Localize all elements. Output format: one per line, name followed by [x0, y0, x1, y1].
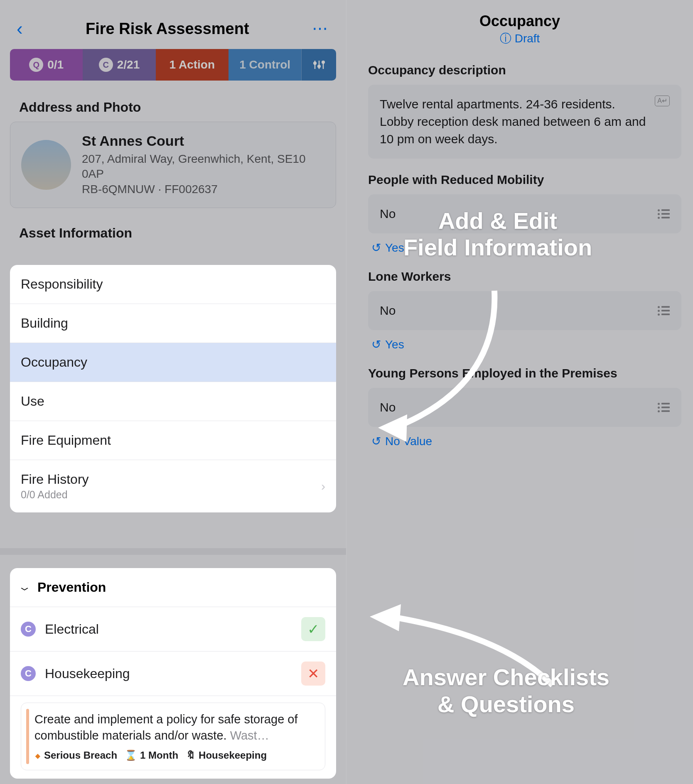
- pill-checklists[interactable]: C 2/21: [83, 49, 155, 81]
- text-format-icon: A↵: [655, 96, 670, 106]
- c-badge-icon: C: [21, 622, 36, 637]
- page-title: Fire Risk Assessment: [86, 20, 249, 38]
- field-label: People with Reduced Mobility: [368, 173, 681, 187]
- severity-label: Serious Breach: [44, 750, 117, 761]
- asset-section-title: Asset Information: [0, 219, 346, 247]
- svg-point-5: [322, 61, 324, 64]
- property-address: 207, Admiral Way, Greenwhich, Kent, SE10…: [82, 152, 325, 182]
- left-pane: ‹ Fire Risk Assessment ⋯ Q 0/1 C 2/21 1 …: [0, 0, 346, 784]
- list-icon: [658, 209, 670, 219]
- period-label: 1 Month: [140, 750, 178, 761]
- field-occupancy-description: Occupancy description Twelve rental apar…: [368, 63, 681, 159]
- prevention-card: ⌵ Prevention C Electrical ✓ C Housekeepi…: [10, 568, 336, 779]
- address-section-title: Address and Photo: [0, 93, 346, 122]
- callout-checklists: Answer Checklists & Questions: [365, 664, 647, 718]
- prevention-label: Electrical: [45, 622, 292, 637]
- asset-label: Use: [21, 394, 44, 409]
- svg-marker-6: [378, 414, 407, 442]
- asset-item-building[interactable]: Building: [10, 304, 336, 343]
- prevention-title: Prevention: [37, 580, 106, 595]
- list-icon: [658, 403, 670, 412]
- asset-label: Fire History: [21, 472, 89, 487]
- property-photo: [21, 140, 71, 190]
- field-value-box[interactable]: Twelve rental apartments. 24-36 resident…: [368, 85, 681, 159]
- hourglass-icon: ⌛: [125, 750, 137, 761]
- callout-line: Answer Checklists: [365, 664, 647, 691]
- property-name: St Annes Court: [82, 133, 325, 149]
- prevention-header[interactable]: ⌵ Prevention: [10, 568, 336, 607]
- svg-point-3: [318, 65, 320, 68]
- tag-icon: 🔖︎: [186, 750, 196, 761]
- back-icon[interactable]: ‹: [17, 18, 23, 39]
- period-badge: ⌛1 Month: [125, 750, 178, 761]
- asset-item-use[interactable]: Use: [10, 382, 336, 421]
- right-header: Occupancy ⓘ Draft: [346, 0, 693, 47]
- chevron-right-icon: ›: [321, 479, 325, 493]
- draft-label: Draft: [515, 32, 540, 45]
- tag-label: Housekeeping: [199, 750, 267, 761]
- callout-line: Field Information: [373, 234, 622, 261]
- chevron-down-icon: ⌵: [21, 583, 28, 592]
- asset-item-responsibility[interactable]: Responsibility: [10, 265, 336, 304]
- pill-control-label: 1 Control: [239, 58, 290, 71]
- asset-label-group: Fire History 0/0 Added: [21, 472, 89, 501]
- finding-meta: ⬥Serious Breach ⌛1 Month 🔖︎Housekeeping: [34, 749, 317, 762]
- arrow-icon: [370, 282, 515, 448]
- c-badge-icon: C: [21, 666, 36, 681]
- draft-status[interactable]: ⓘ Draft: [500, 31, 540, 47]
- asset-label: Occupancy: [21, 355, 87, 370]
- q-icon: Q: [29, 58, 43, 72]
- asset-list: Responsibility Building Occupancy Use Fi…: [10, 265, 336, 512]
- pill-action[interactable]: 1 Action: [156, 49, 229, 81]
- prevention-label: Housekeeping: [45, 666, 292, 681]
- left-header: ‹ Fire Risk Assessment ⋯: [0, 0, 346, 49]
- svg-point-1: [314, 62, 316, 64]
- sliders-icon: [313, 59, 325, 71]
- summary-pills: Q 0/1 C 2/21 1 Action 1 Control: [10, 49, 336, 81]
- asset-label: Fire Equipment: [21, 433, 111, 448]
- list-icon: [658, 306, 670, 316]
- asset-label: Responsibility: [21, 277, 103, 292]
- pill-c-count: 2/21: [117, 58, 140, 71]
- prevention-housekeeping[interactable]: C Housekeeping ✕: [10, 652, 336, 696]
- severity-badge: ⬥Serious Breach: [34, 749, 117, 762]
- finding-text: Create and implement a policy for safe s…: [34, 711, 317, 744]
- callout-field-info: Add & Edit Field Information: [373, 208, 622, 261]
- address-card[interactable]: St Annes Court 207, Admiral Way, Greenwh…: [10, 122, 336, 208]
- field-label: Lone Workers: [368, 270, 681, 284]
- finding-trunc: Wast…: [230, 729, 269, 742]
- check-icon[interactable]: ✓: [301, 617, 325, 641]
- pill-control[interactable]: 1 Control: [229, 49, 301, 81]
- pill-questions[interactable]: Q 0/1: [10, 49, 83, 81]
- info-icon: ⓘ: [500, 31, 511, 47]
- asset-item-fire-equipment[interactable]: Fire Equipment: [10, 421, 336, 460]
- warning-icon: ⬥: [34, 749, 41, 762]
- field-value: Twelve rental apartments. 24-36 resident…: [380, 96, 647, 148]
- c-icon: C: [99, 58, 113, 72]
- tag-badge: 🔖︎Housekeeping: [186, 750, 267, 761]
- property-ids: RB-6QMNUW · FF002637: [82, 182, 325, 197]
- asset-item-fire-history[interactable]: Fire History 0/0 Added ›: [10, 460, 336, 512]
- more-icon[interactable]: ⋯: [312, 20, 329, 38]
- pill-action-label: 1 Action: [170, 58, 215, 71]
- asset-label: Building: [21, 316, 68, 331]
- address-text: St Annes Court 207, Admiral Way, Greenwh…: [82, 133, 325, 197]
- pill-settings[interactable]: [301, 49, 336, 81]
- section-divider: [0, 548, 346, 555]
- cross-icon[interactable]: ✕: [301, 662, 325, 686]
- detail-title: Occupancy: [346, 12, 693, 30]
- prevention-electrical[interactable]: C Electrical ✓: [10, 607, 336, 652]
- field-label: Occupancy description: [368, 63, 681, 77]
- pill-q-count: 0/1: [47, 58, 64, 71]
- callout-line: & Questions: [365, 691, 647, 718]
- callout-line: Add & Edit: [373, 208, 622, 234]
- svg-marker-7: [370, 604, 401, 631]
- asset-item-occupancy[interactable]: Occupancy: [10, 343, 336, 382]
- finding-card[interactable]: Create and implement a policy for safe s…: [21, 703, 325, 770]
- asset-sublabel: 0/0 Added: [21, 489, 89, 501]
